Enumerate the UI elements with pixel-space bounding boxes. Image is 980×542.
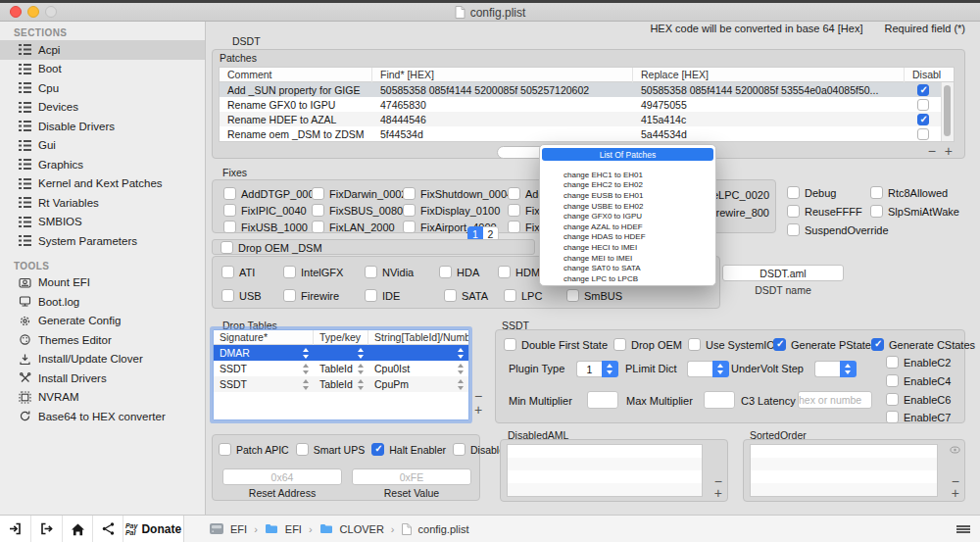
sorted-order-list[interactable]	[750, 444, 938, 497]
tool-generate-config[interactable]: Generate Config	[0, 312, 205, 331]
firewire-checkbox[interactable]	[283, 289, 296, 302]
patch-menu-item[interactable]: change HECI to IMEI	[540, 242, 715, 253]
max-multiplier-input[interactable]	[704, 391, 735, 409]
drop-oem-dsm-checkbox[interactable]	[220, 241, 233, 254]
tool-nvram[interactable]: NVRAM	[0, 388, 205, 408]
enablec2-checkbox[interactable]	[886, 356, 899, 369]
patch-apic-checkbox[interactable]	[219, 443, 231, 456]
fix-checkbox[interactable]	[508, 221, 520, 233]
add-sorted-order-button[interactable]: +	[952, 487, 959, 499]
patch-menu-item[interactable]: change HDAS to HDEF	[540, 232, 715, 243]
sata-checkbox[interactable]	[444, 289, 457, 302]
enablec7-checkbox[interactable]	[886, 411, 899, 423]
stepper-icon[interactable]	[357, 379, 365, 390]
tool-boot-log[interactable]: Boot.log	[0, 292, 205, 312]
fix-checkbox[interactable]	[403, 204, 416, 217]
paypal-donate-button[interactable]: PayPal Donate	[123, 516, 183, 542]
generate-cstates-checkbox[interactable]	[871, 338, 884, 351]
fix-checkbox[interactable]	[223, 221, 236, 233]
stepper-icon[interactable]	[357, 364, 365, 374]
patch-menu-item[interactable]: change AZAL to HDEF	[540, 222, 715, 232]
column-header-comment[interactable]: Comment	[220, 68, 372, 82]
plugin-type-select[interactable]: 1	[576, 361, 618, 377]
stepper-icon[interactable]	[457, 379, 465, 390]
patch-menu-item[interactable]: change GFX0 to IGPU	[540, 211, 715, 222]
fix-checkbox[interactable]	[403, 187, 416, 200]
double-first-state-checkbox[interactable]	[504, 338, 516, 351]
patch-menu-item[interactable]: change LPC to LPCB	[540, 273, 715, 284]
reset-value-input[interactable]	[352, 468, 471, 485]
drop-oem-checkbox[interactable]	[613, 338, 626, 351]
fix-checkbox[interactable]	[223, 204, 236, 217]
fix-checkbox[interactable]	[508, 204, 520, 217]
add-drop-table-button[interactable]: +	[474, 404, 482, 416]
sidebar-item-disable-drivers[interactable]: Disable Drivers	[0, 117, 205, 136]
fix-checkbox[interactable]	[403, 221, 416, 233]
sidebar-item-kernel-kext-patches[interactable]: Kernel and Kext Patches	[0, 174, 205, 194]
breadcrumb-item-config-plist[interactable]: config.plist	[418, 523, 469, 535]
fix-checkbox[interactable]	[223, 187, 236, 200]
patch-row[interactable]: Add _SUN property for GIGE 50585358 085f…	[220, 82, 954, 97]
column-header-type-key[interactable]: Type/key	[314, 330, 368, 345]
use-systemio-checkbox[interactable]	[688, 338, 701, 351]
patch-disabled-checkbox[interactable]	[917, 114, 929, 125]
enablec6-checkbox[interactable]	[886, 393, 899, 406]
ide-checkbox[interactable]	[365, 289, 377, 302]
sidebar-item-boot[interactable]: Boot	[0, 60, 205, 79]
patch-row[interactable]: Rename HDEF to AZAL 48444546 415a414c	[220, 112, 954, 126]
sidebar-item-system-parameters[interactable]: System Parameters	[0, 231, 205, 251]
sidebar-item-devices[interactable]: Devices	[0, 98, 205, 118]
reset-address-input[interactable]	[222, 468, 342, 485]
drop-table-row[interactable]: SSDT TableId CpuPm	[214, 376, 468, 392]
min-multiplier-input[interactable]	[587, 391, 618, 409]
remove-patch-button[interactable]: −	[928, 145, 936, 157]
sidebar-item-gui[interactable]: Gui	[0, 136, 205, 156]
reusefff-checkbox[interactable]	[787, 205, 800, 218]
stepper-icon[interactable]	[457, 364, 465, 374]
breadcrumb-item-clover-folder[interactable]: CLOVER	[340, 523, 384, 535]
menu-selected-item[interactable]: List Of Patches	[542, 148, 713, 161]
fix-checkbox[interactable]	[508, 187, 520, 200]
fix-checkbox[interactable]	[312, 204, 324, 217]
drop-table-row[interactable]: SSDT TableId Cpu0Ist	[214, 361, 468, 376]
export-button[interactable]	[31, 516, 63, 542]
tool-install-update-clover[interactable]: Install/Update Clover	[0, 350, 205, 370]
tool-base64-hex-converter[interactable]: Base64 to HEX converter	[0, 407, 205, 426]
disableaspm-checkbox[interactable]	[453, 443, 466, 456]
stepper-icon[interactable]	[302, 348, 310, 359]
patch-disabled-checkbox[interactable]	[917, 84, 929, 96]
patch-row[interactable]: Rename oem _DSM to ZDSM 5f44534d 5a44534…	[220, 126, 954, 141]
sidebar-item-acpi[interactable]: Acpi	[0, 40, 205, 60]
ati-checkbox[interactable]	[221, 266, 234, 278]
usb-checkbox[interactable]	[221, 289, 234, 302]
tool-install-drivers[interactable]: Install Drivers	[0, 369, 205, 388]
rtc8allowed-checkbox[interactable]	[870, 186, 883, 199]
patch-disabled-checkbox[interactable]	[917, 99, 929, 111]
lpc-checkbox[interactable]	[504, 289, 516, 302]
smart-ups-checkbox[interactable]	[296, 443, 309, 456]
patch-menu-item[interactable]: change EUSB to EH01	[540, 190, 715, 201]
share-button[interactable]	[93, 516, 123, 542]
patch-menu-item[interactable]: change MEI to IMEI	[540, 253, 715, 264]
column-header-replace[interactable]: Replace [HEX]	[633, 68, 905, 82]
add-disabled-aml-button[interactable]: +	[714, 487, 722, 499]
column-header-string[interactable]: String[TableId]/Number...	[368, 330, 468, 345]
patch-row[interactable]: Rename GFX0 to IGPU 47465830 49475055	[220, 97, 954, 112]
column-header-disabled[interactable]: Disabl...	[905, 68, 941, 82]
stepper-icon[interactable]	[302, 364, 310, 374]
disabled-aml-list[interactable]	[507, 444, 703, 497]
tool-mount-efi[interactable]: Mount EFI	[0, 273, 205, 293]
debug-checkbox[interactable]	[787, 186, 800, 199]
dsdt-name-input[interactable]	[722, 265, 844, 281]
home-button[interactable]	[63, 516, 93, 542]
undervolt-step-select[interactable]	[814, 361, 857, 377]
hdmi-checkbox[interactable]	[498, 266, 511, 278]
add-patch-button[interactable]: +	[945, 145, 953, 157]
drop-table-row[interactable]: DMAR	[214, 345, 468, 361]
patch-disabled-checkbox[interactable]	[917, 128, 929, 140]
c3-latency-input[interactable]	[798, 391, 872, 409]
slpsmiatwake-checkbox[interactable]	[870, 205, 883, 218]
generate-pstates-checkbox[interactable]	[773, 338, 786, 351]
patch-menu-item[interactable]: change USBE to EH02	[540, 201, 715, 212]
sidebar-item-rt-variables[interactable]: Rt Variables	[0, 193, 205, 213]
